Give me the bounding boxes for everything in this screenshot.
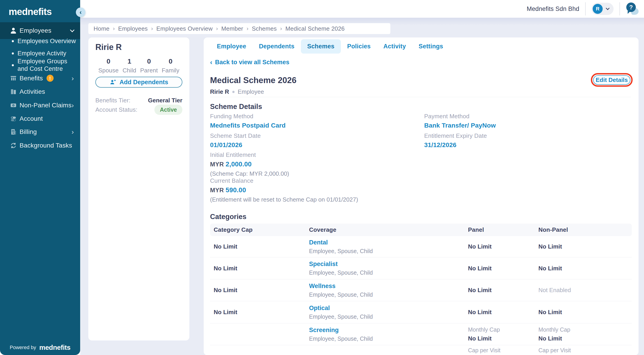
- field-label: Payment Method: [424, 113, 496, 120]
- field-value: 31/12/2026: [424, 141, 487, 149]
- field-value: Bank Transfer/ PayNow: [424, 122, 496, 129]
- field-initial-entitlement: Initial Entitlement MYR 2,000.00 (Scheme…: [210, 151, 289, 177]
- breadcrumb-schemes[interactable]: Schemes: [252, 25, 277, 32]
- cap-value: No Limit: [468, 335, 535, 342]
- sidebar-item-billing[interactable]: $ Billing ›: [0, 125, 80, 138]
- stat-parent: 0 Parent: [140, 57, 158, 74]
- stat-value: 0: [169, 57, 172, 65]
- scheme-details-heading: Scheme Details: [210, 103, 262, 111]
- profile-card: Ririe R 0 Spouse 1 Child 0 Parent 0 Fami…: [88, 37, 190, 341]
- table-row-specialist: No Limit Specialist Employee, Spouse, Ch…: [210, 257, 632, 279]
- chevron-down-icon: [70, 28, 74, 32]
- non-panel-cell: No Limit: [535, 309, 632, 316]
- member-tabs: Employee Dependents Schemes Policies Act…: [210, 39, 450, 53]
- dot-separator: [232, 91, 234, 93]
- coverage-members: Employee, Spouse, Child: [309, 269, 464, 276]
- sidebar-item-non-panel-claims[interactable]: Non-Panel Claims ›: [0, 98, 80, 112]
- field-current-balance: Current Balance MYR 590.00 (Entitlement …: [210, 177, 358, 203]
- breadcrumb-home[interactable]: Home: [94, 25, 110, 32]
- help-button[interactable]: ?: [626, 2, 639, 16]
- topbar: Mednefits Sdn Bhd R ?: [80, 0, 644, 18]
- col-coverage: Coverage: [306, 226, 464, 233]
- sidebar-item-employees[interactable]: Employees: [0, 22, 80, 39]
- cap-type-label: Monthly Cap: [468, 327, 535, 333]
- tab-policies[interactable]: Policies: [341, 39, 377, 53]
- back-to-schemes-link[interactable]: ‹ Back to view all Schemes: [210, 58, 289, 66]
- coverage-link[interactable]: Screening: [309, 327, 464, 334]
- table-row-wellness: No Limit Wellness Employee, Spouse, Chil…: [210, 279, 632, 301]
- bullet-icon: [12, 40, 14, 42]
- sidebar-collapse-button[interactable]: ‹: [76, 7, 86, 17]
- coverage-cell: Dental Employee, Spouse, Child: [306, 239, 464, 255]
- chevron-right-icon: ›: [72, 128, 74, 136]
- panel-cell: No Limit: [464, 243, 535, 250]
- sidebar-item-employee-activity[interactable]: Employee Activity: [0, 50, 80, 57]
- sidebar-item-label: Activities: [20, 88, 45, 95]
- tab-dependents[interactable]: Dependents: [252, 39, 301, 53]
- tab-activity[interactable]: Activity: [377, 39, 412, 53]
- table-row-dental: No Limit Dental Employee, Spouse, Child …: [210, 236, 632, 257]
- field-label: Entitlement Expiry Date: [424, 132, 487, 139]
- sidebar-item-label: Benefits: [20, 75, 43, 82]
- breadcrumb-separator: ›: [113, 25, 115, 32]
- cap-type-label: Monthly Cap: [538, 327, 632, 333]
- category-cap-cell: No Limit: [210, 309, 306, 316]
- sidebar-item-account[interactable]: Account: [0, 112, 80, 125]
- breadcrumb-employees[interactable]: Employees: [118, 25, 148, 32]
- chevron-left-icon: ‹: [210, 58, 212, 66]
- sidebar-item-benefits[interactable]: Benefits ! ›: [0, 71, 80, 85]
- stat-value: 1: [128, 57, 131, 65]
- col-panel: Panel: [464, 226, 535, 233]
- account-status-row: Account Status: Active: [95, 105, 182, 115]
- col-non-panel: Non-Panel: [535, 226, 632, 233]
- journal-icon: [9, 88, 18, 95]
- scheme-member-name: Ririe R: [210, 88, 229, 95]
- tab-schemes[interactable]: Schemes: [301, 39, 341, 53]
- breadcrumb-employees-overview[interactable]: Employees Overview: [156, 25, 213, 32]
- sidebar-item-employee-groups[interactable]: Employee Groups and Cost Centre: [0, 57, 80, 73]
- coverage-link[interactable]: Optical: [309, 305, 464, 312]
- sidebar-item-label: Billing: [20, 128, 37, 135]
- back-link-label: Back to view all Schemes: [215, 59, 289, 66]
- add-dependents-button[interactable]: Add Dependents: [95, 77, 182, 88]
- sidebar-item-background-tasks[interactable]: Background Tasks: [0, 139, 80, 152]
- category-cap-cell: No Limit: [210, 243, 306, 250]
- divider: [210, 97, 631, 97]
- sidebar-subitem-label: Employees Overview: [18, 37, 76, 45]
- cap-type-label: Cap per Visit: [468, 347, 535, 354]
- coverage-members: Employee, Spouse, Child: [309, 292, 464, 298]
- sidebar-item-label: Account: [20, 115, 43, 122]
- non-panel-cell: Not Enabled: [535, 287, 632, 294]
- coverage-link[interactable]: Specialist: [309, 261, 464, 268]
- wallet-icon: [9, 102, 18, 109]
- sidebar-item-label: Employees: [20, 27, 51, 34]
- coverage-link[interactable]: Wellness: [309, 283, 464, 290]
- cap-value: No Limit: [538, 335, 632, 342]
- field-entitlement-expiry-date: Entitlement Expiry Date 31/12/2026: [424, 132, 487, 149]
- coverage-members: Employee, Spouse, Child: [309, 336, 464, 342]
- stat-label: Family: [162, 67, 180, 74]
- sidebar-item-activities[interactable]: Activities: [0, 85, 80, 98]
- tab-settings[interactable]: Settings: [412, 39, 450, 53]
- field-funding-method: Funding Method Mednefits Postpaid Card: [210, 113, 286, 129]
- benefits-alert-badge: !: [46, 75, 54, 82]
- breadcrumb-separator: ›: [246, 25, 248, 32]
- currency: MYR: [210, 187, 224, 194]
- field-value: 01/01/2026: [210, 141, 261, 149]
- dependents-stats: 0 Spouse 1 Child 0 Parent 0 Family: [88, 57, 190, 74]
- user-menu[interactable]: R: [592, 3, 614, 15]
- edit-details-button[interactable]: Edit Details: [593, 75, 630, 85]
- stat-value: 0: [106, 57, 110, 65]
- field-label: Funding Method: [210, 113, 286, 120]
- add-dependents-label: Add Dependents: [120, 79, 168, 86]
- sidebar-item-employees-overview[interactable]: Employees Overview: [0, 38, 80, 44]
- panel-cell: Cap per Visit MYR 100.00: [464, 347, 535, 355]
- bank-columns-icon: [9, 75, 18, 82]
- breadcrumb-member[interactable]: Member: [221, 25, 243, 32]
- tab-employee[interactable]: Employee: [210, 39, 252, 53]
- person-icon: [9, 27, 18, 34]
- panel-cell: No Limit: [464, 287, 535, 294]
- coverage-link[interactable]: Dental: [309, 239, 464, 246]
- stat-spouse: 0 Spouse: [98, 57, 118, 74]
- stat-label: Spouse: [98, 67, 118, 74]
